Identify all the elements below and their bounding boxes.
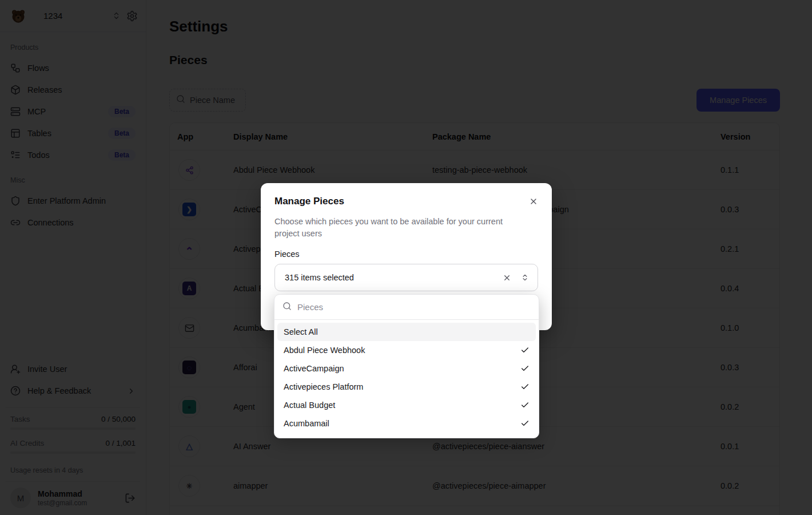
dialog-title: Manage Pieces bbox=[274, 196, 344, 207]
option-label: Acumbamail bbox=[284, 419, 329, 428]
check-icon bbox=[520, 382, 530, 391]
dropdown-option[interactable]: Acumbamail bbox=[277, 414, 536, 433]
dropdown-search-placeholder: Pieces bbox=[297, 302, 323, 312]
dropdown-option[interactable]: Abdul Piece Webhook bbox=[277, 341, 536, 359]
check-icon bbox=[520, 364, 530, 373]
chevrons-up-down-icon bbox=[521, 274, 529, 282]
search-icon bbox=[282, 302, 292, 313]
option-label: ActiveCampaign bbox=[284, 364, 344, 373]
check-icon bbox=[520, 419, 530, 428]
selected-count-value: 315 items selected bbox=[285, 273, 354, 282]
check-icon bbox=[520, 401, 530, 410]
dropdown-search-input[interactable]: Pieces bbox=[274, 295, 539, 320]
option-label: Select All bbox=[284, 327, 318, 336]
select-all-option[interactable]: Select All bbox=[277, 323, 536, 341]
clear-selection-icon[interactable] bbox=[503, 274, 511, 282]
dropdown-option[interactable]: ActiveCampaign bbox=[277, 359, 536, 378]
dropdown-option[interactable]: Actual Budget bbox=[277, 396, 536, 414]
option-label: Actual Budget bbox=[284, 401, 335, 410]
pieces-multiselect-trigger[interactable]: 315 items selected bbox=[274, 264, 538, 291]
dropdown-option[interactable]: Activepieces Platform bbox=[277, 378, 536, 396]
option-label: Activepieces Platform bbox=[284, 382, 363, 391]
pieces-field-label: Pieces bbox=[274, 249, 538, 259]
dialog-description: Choose which pieces you want to be avail… bbox=[274, 216, 530, 240]
close-icon[interactable] bbox=[529, 197, 538, 206]
check-icon bbox=[520, 346, 530, 355]
option-label: Abdul Piece Webhook bbox=[284, 346, 365, 355]
pieces-dropdown: Pieces Select All Abdul Piece Webhook Ac… bbox=[274, 294, 539, 438]
